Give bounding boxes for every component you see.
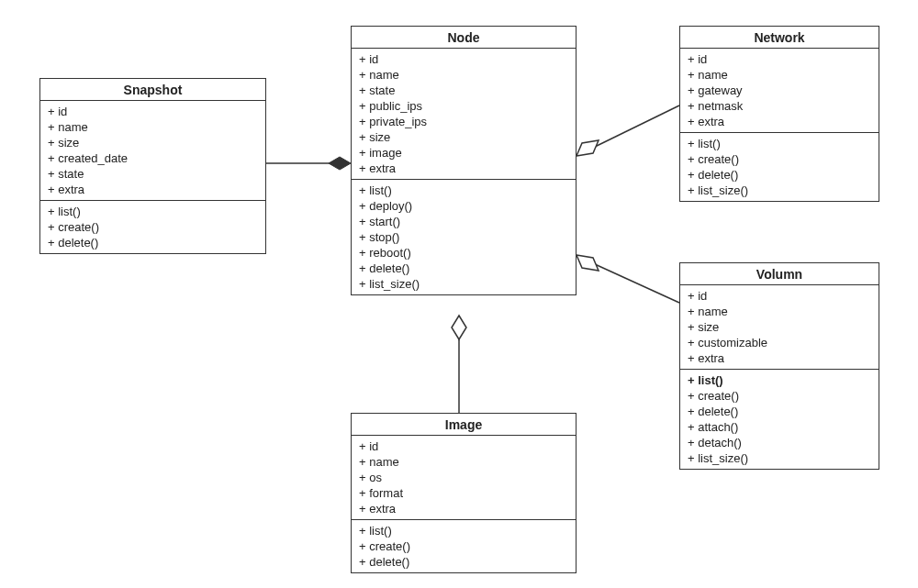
- attributes-section: + id + name + state + public_ips + priva…: [352, 49, 576, 180]
- class-snapshot: Snapshot + id + name + size + created_da…: [39, 78, 266, 254]
- attr: + size: [359, 129, 568, 145]
- method: + create(): [688, 388, 871, 404]
- attr: + extra: [688, 114, 871, 129]
- method: + stop(): [359, 229, 568, 245]
- attr: + state: [359, 83, 568, 98]
- method: + list(): [688, 372, 871, 388]
- svg-marker-1: [329, 157, 351, 170]
- method: + delete(): [359, 261, 568, 276]
- method: + deploy(): [359, 198, 568, 214]
- method: + delete(): [688, 167, 871, 183]
- methods-section: + list() + create() + delete(): [40, 201, 265, 253]
- attr: + extra: [359, 501, 568, 516]
- method: + delete(): [688, 404, 871, 419]
- methods-section: + list() + create() + delete(): [352, 520, 576, 572]
- attr: + extra: [359, 161, 568, 176]
- attr: + extra: [688, 350, 871, 366]
- attr: + id: [688, 51, 871, 67]
- class-title: Node: [352, 27, 576, 49]
- attributes-section: + id + name + size + customizable + extr…: [680, 285, 879, 370]
- class-network: Network + id + name + gateway + netmask …: [679, 26, 879, 202]
- attr: + id: [359, 438, 568, 454]
- attr: + extra: [48, 182, 258, 197]
- class-title: Volumn: [680, 263, 879, 285]
- attr: + name: [688, 67, 871, 83]
- methods-section: + list() + deploy() + start() + stop() +…: [352, 180, 576, 294]
- attr: + private_ips: [359, 114, 568, 129]
- attributes-section: + id + name + size + created_date + stat…: [40, 101, 265, 201]
- attr: + format: [359, 485, 568, 501]
- svg-marker-5: [577, 255, 599, 271]
- methods-section: + list() + create() + delete() + list_si…: [680, 133, 879, 201]
- method: + reboot(): [359, 245, 568, 261]
- attr: + name: [359, 454, 568, 470]
- attr: + netmask: [688, 98, 871, 114]
- attr: + name: [688, 304, 871, 319]
- attr: + name: [359, 67, 568, 83]
- method: + list(): [359, 183, 568, 198]
- svg-line-4: [595, 264, 679, 303]
- method: + delete(): [48, 235, 258, 250]
- attr: + gateway: [688, 83, 871, 98]
- method: + list(): [48, 204, 258, 219]
- method: + list(): [359, 523, 568, 538]
- method: + list_size(): [359, 276, 568, 292]
- method: + list_size(): [688, 183, 871, 198]
- attr: + id: [48, 104, 258, 119]
- attr: + size: [48, 135, 258, 150]
- class-node: Node + id + name + state + public_ips + …: [351, 26, 577, 295]
- attr: + os: [359, 470, 568, 485]
- methods-section: + list() + create() + delete() + attach(…: [680, 370, 879, 469]
- attr: + state: [48, 166, 258, 182]
- class-title: Snapshot: [40, 79, 265, 101]
- svg-marker-3: [577, 140, 599, 156]
- svg-marker-7: [452, 316, 466, 339]
- method: + attach(): [688, 419, 871, 435]
- attr: + public_ips: [359, 98, 568, 114]
- method: + delete(): [359, 554, 568, 570]
- attr: + created_date: [48, 150, 258, 166]
- attr: + size: [688, 319, 871, 335]
- method: + detach(): [688, 435, 871, 450]
- class-title: Network: [680, 27, 879, 49]
- method: + list(): [688, 136, 871, 151]
- class-volumn: Volumn + id + name + size + customizable…: [679, 262, 879, 470]
- class-title: Image: [352, 414, 576, 436]
- attr: + image: [359, 145, 568, 161]
- attr: + name: [48, 119, 258, 135]
- method: + create(): [359, 538, 568, 554]
- method: + list_size(): [688, 450, 871, 466]
- attr: + customizable: [688, 335, 871, 350]
- method: + start(): [359, 214, 568, 229]
- attr: + id: [688, 288, 871, 304]
- method: + create(): [688, 151, 871, 167]
- attributes-section: + id + name + os + format + extra: [352, 436, 576, 520]
- method: + create(): [48, 219, 258, 235]
- class-image: Image + id + name + os + format + extra …: [351, 413, 577, 573]
- svg-line-2: [595, 105, 679, 147]
- attr: + id: [359, 51, 568, 67]
- attributes-section: + id + name + gateway + netmask + extra: [680, 49, 879, 133]
